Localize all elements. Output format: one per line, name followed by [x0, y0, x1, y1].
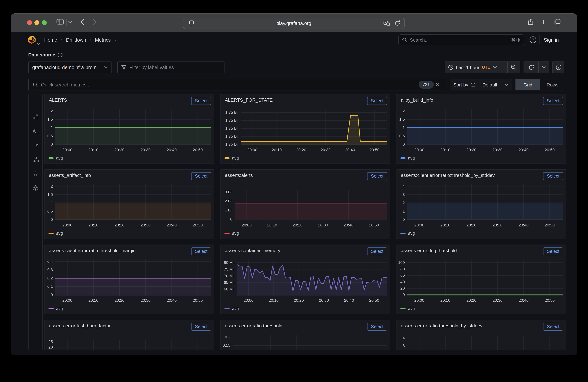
apps-icon[interactable]	[29, 114, 42, 119]
select-button[interactable]: Select	[191, 248, 211, 255]
select-button[interactable]: Select	[367, 97, 387, 105]
y-axis-label: 25	[48, 340, 53, 344]
info-button[interactable]	[552, 61, 564, 73]
breadcrumb: Home › Drilldown › Metrics ›	[44, 32, 116, 48]
view-grid-button[interactable]: Grid	[516, 79, 540, 90]
select-button[interactable]: Select	[367, 248, 387, 255]
refresh-interval-button[interactable]	[538, 62, 549, 73]
breadcrumb-separator: ›	[90, 37, 91, 42]
info-icon[interactable]	[58, 52, 63, 57]
x-axis-label: 20:40	[344, 223, 354, 227]
share-icon[interactable]	[528, 19, 533, 25]
metric-panel: 20:0020:1020:2020:3020:4020:5021.510.50a…	[44, 169, 214, 239]
select-button[interactable]: Select	[191, 172, 211, 180]
series-fill	[55, 203, 211, 220]
view-toggle: Grid Rows	[515, 79, 565, 90]
quick-search-input[interactable]: Quick search metrics...	[28, 79, 445, 90]
star-icon[interactable]: ☆	[29, 170, 42, 178]
select-button[interactable]: Select	[543, 172, 563, 180]
chevron-down-icon	[493, 66, 497, 68]
translate-icon[interactable]: Ax	[383, 21, 390, 26]
y-axis-label: 0.5	[47, 134, 53, 138]
global-search-input[interactable]: Search... ⌘+k	[398, 34, 524, 45]
breadcrumb-drilldown[interactable]: Drilldown	[66, 37, 86, 42]
breadcrumb-metrics[interactable]: Metrics	[95, 37, 111, 42]
panel-title: ALERTS	[49, 97, 67, 103]
time-range-label: Last 1 hour	[456, 65, 479, 70]
sort-az-icon[interactable]: A_	[29, 128, 42, 134]
x-axis-label: 20:20	[466, 223, 477, 227]
x-axis-label: 20:30	[318, 223, 328, 227]
panel-legend[interactable]: avg	[400, 156, 415, 160]
y-axis-label: 1.5	[47, 117, 53, 122]
panel-legend[interactable]: avg	[400, 231, 415, 235]
new-tab-icon[interactable]	[541, 19, 546, 25]
chevron-down-icon[interactable]	[68, 21, 72, 23]
tab-overview-icon[interactable]	[554, 19, 561, 25]
select-button[interactable]: Select	[543, 97, 563, 105]
zoom-out-button[interactable]	[507, 62, 520, 73]
legend-label: avg	[408, 231, 415, 235]
sort-by-dropdown[interactable]: Default	[479, 79, 512, 90]
y-axis-label: 2	[51, 109, 53, 113]
series-fill	[235, 203, 387, 220]
refresh-icon	[528, 64, 534, 70]
y-axis-label: 0.2	[225, 335, 231, 339]
x-axis-label: 20:30	[493, 223, 503, 227]
x-axis-label: 20:50	[545, 223, 555, 227]
select-button[interactable]: Select	[367, 172, 387, 180]
forward-button[interactable]	[93, 19, 97, 25]
y-axis-label: 1.75 Bil	[225, 118, 238, 123]
x-axis-label: 20:50	[193, 223, 203, 227]
close-button[interactable]	[27, 20, 32, 25]
reload-icon[interactable]	[395, 20, 400, 26]
minimize-button[interactable]	[34, 20, 39, 25]
x-axis-label: 20:50	[545, 298, 555, 303]
sort-za-icon[interactable]: _Z	[29, 143, 42, 148]
sign-in-button[interactable]: Sign in	[544, 32, 559, 48]
x-axis-label: 20:20	[293, 223, 302, 227]
breadcrumb-home[interactable]: Home	[44, 37, 57, 42]
panel-legend[interactable]: avg	[225, 156, 239, 160]
y-axis-label: 2	[51, 184, 53, 189]
select-button[interactable]: Select	[543, 248, 563, 255]
x-axis-label: 20:40	[345, 148, 355, 152]
panel-legend[interactable]: avg	[48, 231, 63, 235]
panel-legend[interactable]: avg	[48, 306, 63, 311]
panel-legend[interactable]: avg	[400, 306, 415, 311]
x-axis-label: 20:00	[62, 298, 72, 303]
group-icon[interactable]	[29, 157, 42, 162]
view-rows-button[interactable]: Rows	[540, 79, 565, 90]
label-filter-input[interactable]: Filter by label values	[117, 61, 225, 73]
time-range-button[interactable]: Last 1 hour UTC	[445, 62, 507, 73]
address-bar[interactable]: play.grafana.org Ax	[183, 18, 405, 29]
logo-chevron-icon[interactable]	[37, 43, 40, 45]
y-axis-label: 70 Mil	[224, 274, 235, 278]
maximize-button[interactable]	[42, 20, 46, 25]
panel-legend[interactable]: avg	[225, 306, 239, 311]
select-button[interactable]: Select	[543, 323, 563, 331]
panel-legend[interactable]: avg	[48, 156, 63, 160]
legend-label: avg	[408, 306, 415, 311]
y-axis-label: 1	[403, 209, 405, 213]
select-button[interactable]: Select	[191, 323, 211, 331]
data-source-label: Data source	[28, 52, 55, 57]
x-axis-label: 20:40	[167, 298, 177, 303]
x-axis-label: 20:30	[141, 148, 151, 152]
funnel-icon	[121, 65, 126, 70]
sidebar-toggle-icon[interactable]	[57, 19, 64, 25]
select-button[interactable]: Select	[191, 97, 211, 105]
reader-icon[interactable]	[189, 20, 194, 26]
info-icon[interactable]	[471, 82, 475, 87]
gear-icon[interactable]	[29, 185, 42, 191]
back-button[interactable]	[80, 19, 84, 25]
panel-legend[interactable]: avg	[225, 231, 239, 235]
y-axis-label: 0.5	[399, 134, 405, 138]
data-source-picker[interactable]: grafanacloud-demoinfra-prom	[28, 61, 111, 73]
refresh-button[interactable]	[524, 62, 538, 73]
select-button[interactable]: Select	[367, 323, 387, 331]
panel-title: asserts:error:ratio:threshold_by_stddev	[401, 323, 483, 328]
grafana-logo[interactable]	[27, 36, 36, 44]
clear-search-icon[interactable]: ✕	[436, 81, 439, 89]
help-icon[interactable]: ?	[529, 36, 537, 43]
